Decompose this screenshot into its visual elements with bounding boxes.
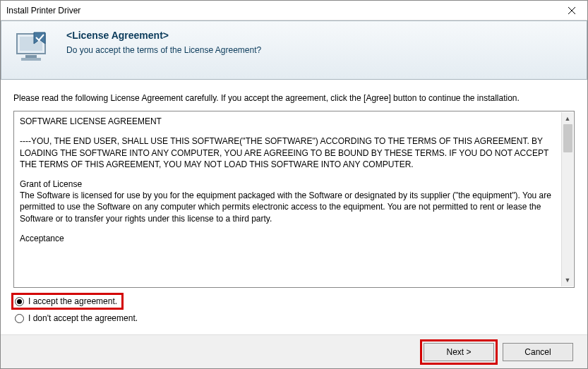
titlebar: Install Printer Driver [1, 1, 587, 20]
body-area: Please read the following License Agreem… [1, 80, 587, 334]
next-button-highlight: Next > [424, 343, 494, 361]
scroll-down-arrow-icon[interactable]: ▼ [562, 274, 574, 286]
radio-accept[interactable]: I accept the agreement. [13, 295, 121, 308]
header-title: <License Agreement> [66, 30, 261, 41]
radio-group: I accept the agreement. I don't accept t… [13, 295, 575, 329]
window-title: Install Printer Driver [6, 6, 80, 16]
svg-rect-4 [25, 55, 37, 58]
radio-accept-label: I accept the agreement. [28, 296, 117, 306]
close-icon [568, 7, 575, 14]
scrollbar[interactable]: ▲ ▼ [561, 112, 573, 286]
instructions-text: Please read the following License Agreem… [13, 92, 575, 104]
svg-rect-5 [21, 58, 41, 61]
license-grant-body: The Software is licensed for use by you … [20, 190, 558, 224]
header-band: <License Agreement> Do you accept the te… [1, 20, 587, 80]
license-container: SOFTWARE LICENSE AGREEMENT ----YOU, THE … [13, 111, 575, 288]
install-printer-driver-dialog: Install Printer Driver <License Agreemen… [0, 0, 588, 369]
license-textbox[interactable]: SOFTWARE LICENSE AGREEMENT ----YOU, THE … [13, 111, 575, 288]
scroll-up-arrow-icon[interactable]: ▲ [562, 112, 574, 124]
header-text: <License Agreement> Do you accept the te… [66, 30, 261, 55]
next-button[interactable]: Next > [424, 343, 494, 361]
license-heading: SOFTWARE LICENSE AGREEMENT [20, 116, 558, 127]
license-grant-heading: Grant of License [20, 179, 558, 190]
license-text: SOFTWARE LICENSE AGREEMENT ----YOU, THE … [20, 116, 558, 244]
license-acceptance-heading: Acceptance [20, 233, 558, 244]
radio-icon [15, 314, 24, 323]
wizard-icon [13, 30, 54, 66]
header-subtitle: Do you accept the terms of the License A… [66, 45, 261, 55]
radio-decline[interactable]: I don't accept the agreement. [13, 312, 142, 325]
close-button[interactable] [556, 1, 587, 20]
license-para1: ----YOU, THE END USER, SHALL USE THIS SO… [20, 135, 558, 170]
cancel-button[interactable]: Cancel [503, 343, 573, 361]
radio-decline-label: I don't accept the agreement. [28, 313, 138, 323]
footer: Next > Cancel [1, 334, 587, 368]
scroll-thumb[interactable] [563, 124, 572, 152]
radio-icon [15, 297, 24, 306]
